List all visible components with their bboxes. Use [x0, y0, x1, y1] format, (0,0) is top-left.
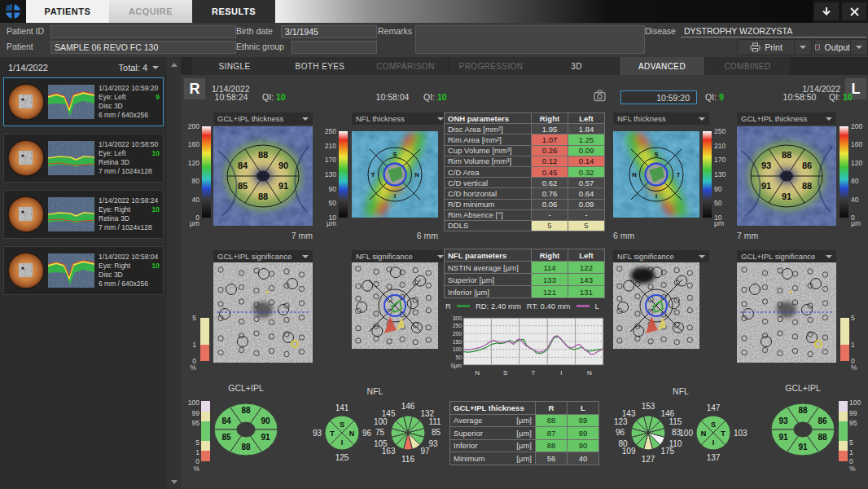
scan-list-item[interactable]: 1/14/2022 10:58:24Eye: Right10Retina 3D7…: [3, 190, 164, 239]
gcl-thickness-left-dropdown[interactable]: GCL+IPL thickness: [737, 112, 836, 125]
gcl-significance-map-right: [213, 262, 313, 363]
scale-label: 210: [321, 143, 336, 150]
chevron-down-icon: [302, 255, 309, 258]
nfl-quadrant-pie-left: SINT147137100103: [676, 394, 751, 471]
svg-text:I: I: [655, 192, 657, 200]
nfl-thickness-right-dropdown[interactable]: NFL thickness: [352, 112, 448, 125]
view-tab-comparison[interactable]: COMPARISON: [363, 57, 448, 75]
nfl-clock-pie-left: 153146115831101751271098096123143: [611, 394, 686, 471]
view-tab-single[interactable]: SINGLE: [192, 57, 277, 75]
scale-label: 1: [851, 341, 860, 349]
minimize-button[interactable]: [814, 2, 839, 20]
birth-date-field[interactable]: 3/1/1945: [281, 25, 377, 38]
scan-eye: Eye: Left10: [99, 149, 163, 158]
total-dropdown[interactable]: Total: 4: [119, 63, 159, 73]
gcl-significance-right-dropdown[interactable]: GCL+IPL significance: [213, 250, 313, 262]
scan-time[interactable]: 10:58:04: [369, 92, 416, 102]
svg-text:150: 150: [453, 339, 462, 345]
scroll-up-icon[interactable]: [169, 59, 179, 70]
table-header: R: [536, 402, 567, 414]
scale-label: 100: [849, 399, 863, 407]
param-label: Superior[µm]: [450, 427, 535, 439]
nfl-significance-right-dropdown[interactable]: NFL significance: [352, 250, 448, 262]
nfl-parameters-table: NFL parametersRightLeftNSTIN average [µm…: [444, 249, 605, 298]
svg-text:91: 91: [798, 443, 808, 452]
nfl-thickness-map-left: SINT: [613, 131, 699, 218]
sidebar-scrollbar[interactable]: [167, 57, 181, 489]
scan-list-item[interactable]: 1/14/2022 10:58:04Eye: Right10Disc 3D6 m…: [3, 246, 164, 295]
output-dropdown-button[interactable]: [850, 39, 868, 55]
output-button[interactable]: Output: [814, 39, 851, 55]
qi-value: QI: 10: [262, 92, 286, 102]
svg-text:75: 75: [375, 428, 385, 437]
view-tab-advanced[interactable]: ADVANCED: [620, 57, 704, 75]
gcl-pie-title-right: GCL+IPL: [212, 383, 280, 393]
close-button[interactable]: [842, 2, 866, 20]
chevron-down-icon: [437, 255, 444, 258]
param-label: Rim Volume [mm³]: [445, 156, 531, 166]
right-eye-badge: R: [184, 78, 205, 99]
svg-text:I: I: [341, 438, 344, 447]
scan-width-caption: 6 mm: [613, 231, 634, 240]
tab-patients[interactable]: PATIENTS: [26, 0, 109, 23]
svg-text:N: N: [349, 430, 355, 438]
gcl-colorbar-right: 20016012080400µm: [184, 126, 212, 232]
scan-time[interactable]: 10:58:24: [208, 92, 255, 102]
svg-text:T: T: [330, 430, 335, 438]
app-logo-icon: [0, 0, 26, 23]
ethnic-group-field[interactable]: [292, 41, 377, 54]
gcl-thickness-right-dropdown[interactable]: GCL+IPL thickness: [213, 112, 313, 125]
svg-text:91: 91: [761, 181, 771, 191]
gcl-sector-pie-left: 889386918891: [769, 399, 837, 461]
table-header: NFL parameters: [445, 249, 531, 261]
scale-label: 160: [851, 141, 862, 148]
output-icon: [815, 42, 820, 52]
scan-time-selected[interactable]: 10:59:20: [620, 90, 697, 104]
patient-id-field[interactable]: [50, 25, 236, 38]
view-tab-progression[interactable]: PROGRESSION: [449, 57, 533, 75]
scroll-down-icon[interactable]: [169, 476, 179, 487]
svg-text:127: 127: [642, 455, 655, 464]
scan-list-sidebar: 1/14/2022 Total: 4 1/14/2022 10:59:20Eye…: [0, 57, 167, 489]
view-tab-combined[interactable]: COMBINED: [705, 57, 790, 75]
disease-field[interactable]: DYSTROPHY WZORZYSTA: [681, 25, 866, 37]
svg-text:153: 153: [642, 402, 655, 411]
birth-date-label: Birth date: [236, 26, 273, 36]
date-filter[interactable]: 1/14/2022: [8, 63, 48, 73]
nfl-significance-map-left: [613, 262, 699, 349]
view-tab-3d[interactable]: 3D: [534, 57, 619, 75]
param-value-left: 0.57: [568, 178, 604, 187]
nfl-thickness-left-dropdown[interactable]: NFL thickness: [613, 112, 709, 125]
svg-text:88: 88: [258, 150, 268, 160]
scale-label: 95: [849, 420, 863, 427]
patient-name-field[interactable]: SAMPLE 06 REVO FC 130: [50, 41, 236, 54]
print-button[interactable]: Print: [737, 39, 796, 55]
param-value-left: 0.09: [568, 146, 604, 156]
qi-value: QI: 10: [829, 92, 853, 102]
tab-acquire[interactable]: ACQUIRE: [109, 0, 192, 23]
tab-results[interactable]: RESULTS: [192, 0, 275, 23]
svg-text:88: 88: [798, 406, 808, 415]
param-value-right: 88: [536, 415, 567, 427]
scan-list-item[interactable]: 1/14/2022 10:59:20Eye: Left9Disc 3D6 mm …: [3, 77, 164, 126]
svg-text:93: 93: [428, 439, 438, 448]
camera-icon[interactable]: [593, 89, 607, 106]
param-value-right: 87: [536, 427, 567, 439]
gcl-pie-title-left: GCL+IPL: [769, 383, 837, 393]
scale-label: 1: [849, 449, 863, 456]
scale-label: 99: [849, 410, 863, 417]
remarks-field[interactable]: [415, 25, 645, 54]
svg-text:86: 86: [802, 161, 812, 170]
svg-text:105: 105: [374, 439, 388, 448]
param-value-left: 89: [568, 415, 598, 427]
scan-time[interactable]: 10:58:50: [776, 92, 823, 102]
scan-list-item[interactable]: 1/14/2022 10:58:50Eye: Left10Retina 3D7 …: [3, 134, 164, 183]
nfl-significance-left-dropdown[interactable]: NFL significance: [613, 250, 709, 262]
print-dropdown-button[interactable]: [794, 39, 812, 55]
scale-label: 250: [714, 128, 726, 135]
gcl-significance-left-dropdown[interactable]: GCL+IPL significance: [737, 250, 836, 262]
view-tab-both-eyes[interactable]: BOTH EYES: [278, 57, 362, 75]
svg-text:88: 88: [818, 433, 827, 442]
svg-text:147: 147: [707, 403, 721, 412]
scale-label: 170: [321, 156, 336, 164]
